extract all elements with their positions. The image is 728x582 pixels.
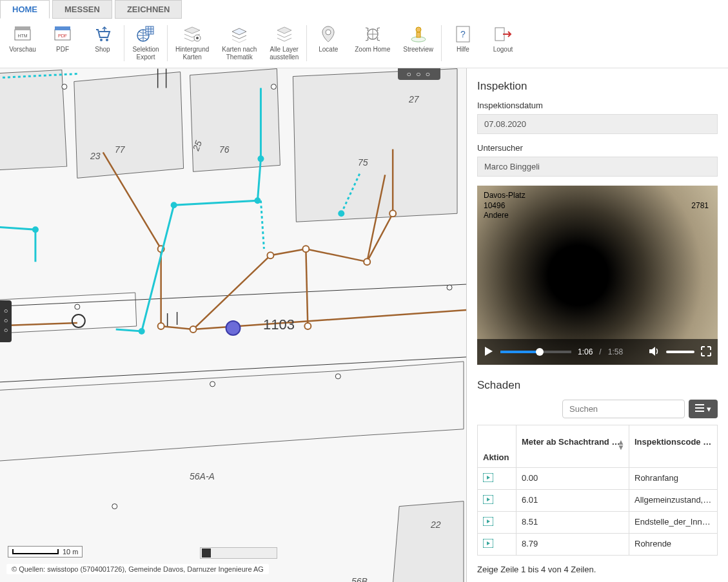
layers-stack-icon xyxy=(275,25,293,43)
sort-icon[interactable]: ▲▼ xyxy=(617,440,625,451)
globe-grid-icon xyxy=(137,25,155,43)
hilfe-button[interactable]: ? Hilfe xyxy=(443,23,483,64)
svg-point-50 xyxy=(271,84,276,90)
svg-point-52 xyxy=(335,374,340,379)
col-aktion[interactable]: Aktion xyxy=(478,425,516,468)
mute-icon[interactable] xyxy=(648,345,660,359)
video-goto-icon[interactable] xyxy=(483,540,493,550)
svg-rect-4 xyxy=(55,26,70,30)
parcel-label: 77 xyxy=(115,144,125,155)
video-goto-icon[interactable] xyxy=(483,474,493,484)
code-cell: Rohranfang xyxy=(629,468,718,490)
logout-button[interactable]: Logout xyxy=(483,23,523,64)
meter-cell: 8.51 xyxy=(516,512,629,534)
svg-point-34 xyxy=(364,258,370,265)
svg-point-7 xyxy=(106,39,108,41)
video-goto-icon[interactable] xyxy=(483,496,493,506)
tab-messen[interactable]: MESSEN xyxy=(52,0,112,19)
map-canvas[interactable]: ○ ○ ○ ○○○ 23 77 25 76 75 27 56A-A 56B 22… xyxy=(0,68,467,582)
inspection-video[interactable]: Davos-Platz 10496 Andere 2781 1:06 / 1:5… xyxy=(477,186,718,365)
svg-point-51 xyxy=(210,382,215,387)
tab-zeichnen[interactable]: ZEICHNEN xyxy=(115,0,182,19)
svg-point-37 xyxy=(32,226,39,233)
code-cell: Endstelle_der_Innena xyxy=(629,512,718,534)
inspektionsdatum-field[interactable] xyxy=(477,114,718,134)
svg-marker-21 xyxy=(74,72,184,179)
zoom-home-button[interactable]: Zoom Home xyxy=(348,23,397,64)
schaden-search-input[interactable] xyxy=(562,400,685,418)
map-vectors xyxy=(0,68,466,582)
pdf-button[interactable]: PDF PDF xyxy=(43,23,83,64)
columns-toggle-button[interactable]: ▾ xyxy=(689,400,718,418)
panel-drag-handle-left[interactable]: ○○○ xyxy=(0,300,12,342)
scale-bar: 10 m xyxy=(8,546,83,558)
video-goto-icon[interactable] xyxy=(483,518,493,528)
selektion-export-button[interactable]: Selektion Export xyxy=(126,23,166,64)
svg-point-39 xyxy=(254,197,261,204)
svg-point-32 xyxy=(267,252,273,258)
svg-point-40 xyxy=(257,155,264,162)
col-meter[interactable]: Meter ab Schachtrand ▲▼ xyxy=(516,425,629,468)
table-row[interactable]: 6.01Allgemeinzustand,_Fo xyxy=(478,490,718,512)
video-overlay-left: Davos-Platz 10496 Andere xyxy=(484,191,526,221)
logout-icon xyxy=(494,25,512,43)
locate-button[interactable]: Locate xyxy=(308,23,348,64)
svg-point-49 xyxy=(62,84,67,90)
svg-marker-23 xyxy=(293,69,457,222)
schaden-title: Schaden xyxy=(477,379,718,392)
table-row[interactable]: 0.00Rohranfang xyxy=(478,468,718,490)
parcel-label: 56A-A xyxy=(190,471,215,481)
meter-cell: 0.00 xyxy=(516,468,629,490)
svg-marker-26 xyxy=(393,501,464,582)
pin-icon xyxy=(319,25,337,43)
vorschau-button[interactable]: HTM Vorschau xyxy=(3,23,43,64)
svg-point-55 xyxy=(112,504,117,509)
parcel-label: 75 xyxy=(358,157,368,168)
parcel-label: 27 xyxy=(409,94,419,104)
svg-rect-16 xyxy=(417,32,420,37)
svg-point-42 xyxy=(338,210,344,217)
streetview-button[interactable]: Streetview xyxy=(397,23,440,64)
inspektionsdatum-label: Inspektionsdatum xyxy=(477,101,718,110)
time-separator: / xyxy=(599,347,601,356)
help-icon: ? xyxy=(454,25,472,43)
table-row[interactable]: 8.51Endstelle_der_Innena xyxy=(478,512,718,534)
tab-home[interactable]: HOME xyxy=(0,0,50,19)
svg-marker-22 xyxy=(190,69,280,172)
svg-point-53 xyxy=(447,285,452,290)
meter-cell: 8.79 xyxy=(516,534,629,556)
volume-slider[interactable] xyxy=(666,351,694,353)
video-time-current: 1:06 xyxy=(578,347,593,356)
svg-rect-19 xyxy=(495,28,504,41)
parcel-label: 23 xyxy=(90,151,101,161)
hintergrund-karten-button[interactable]: Hintergrund Karten xyxy=(169,23,215,64)
caret-down-icon: ▾ xyxy=(707,404,711,414)
shop-button[interactable]: Shop xyxy=(83,23,123,64)
untersucher-field[interactable] xyxy=(477,157,718,177)
feature-id-label: 1103 xyxy=(263,316,295,333)
list-icon xyxy=(695,404,704,414)
svg-rect-20 xyxy=(0,70,67,171)
video-progress[interactable] xyxy=(500,351,571,353)
code-filter-input[interactable] xyxy=(703,434,717,450)
svg-text:?: ? xyxy=(460,29,466,39)
map-layers-icon xyxy=(183,25,201,43)
schaden-table: Aktion Meter ab Schachtrand ▲▼ Inspektio… xyxy=(477,425,718,556)
video-controls: 1:06 / 1:58 xyxy=(477,339,718,365)
map-credits: © Quellen: swisstopo (5704001726), Gemei… xyxy=(6,564,269,574)
fullscreen-icon[interactable] xyxy=(701,346,711,358)
alle-layer-button[interactable]: Alle Layer ausstellen xyxy=(263,23,305,64)
layer-opacity-slider[interactable] xyxy=(200,547,277,559)
globe-arrows-icon xyxy=(364,25,382,43)
panel-drag-handle-top[interactable]: ○ ○ ○ xyxy=(398,68,440,80)
play-icon[interactable] xyxy=(484,346,494,358)
karten-thematik-button[interactable]: Karten nach Thematik xyxy=(215,23,263,64)
col-code[interactable]: Inspektionscode xyxy=(629,425,718,468)
inspektion-title: Inspektion xyxy=(477,80,718,93)
svg-point-31 xyxy=(190,326,197,333)
table-row[interactable]: 8.79Rohrende xyxy=(478,534,718,556)
svg-text:HTM: HTM xyxy=(17,34,27,38)
svg-rect-1 xyxy=(15,26,30,30)
main-tabs: HOME MESSEN ZEICHNEN xyxy=(0,0,728,19)
svg-text:PDF: PDF xyxy=(58,34,67,38)
